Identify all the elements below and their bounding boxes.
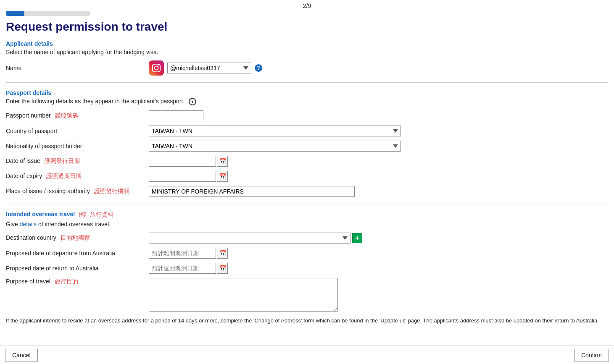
- country-passport-label: Country of passport: [6, 128, 149, 134]
- separator-1: [6, 82, 608, 83]
- confirm-button[interactable]: Confirm: [574, 349, 609, 361]
- intended-travel-title: Intended overseas travel: [6, 211, 75, 217]
- destination-label: Destination country 目的地國家: [6, 234, 149, 242]
- applicant-details-desc: Select the name of applicant applying fo…: [6, 49, 608, 55]
- date-issue-row: Date of issue 護照發行日期 📅: [6, 156, 608, 167]
- svg-rect-0: [153, 64, 160, 72]
- svg-point-2: [158, 65, 159, 66]
- date-expiry-label: Date of expiry 護照過期日期: [6, 173, 149, 180]
- return-calendar-btn[interactable]: 📅: [217, 263, 228, 274]
- progress-bar-container: [6, 11, 90, 16]
- svg-point-1: [154, 66, 158, 70]
- instagram-icon: [149, 60, 164, 76]
- separator-2: [6, 204, 608, 204]
- destination-add-btn[interactable]: +: [352, 233, 362, 243]
- departure-date-wrapper: 預計離開澳洲日期 📅: [149, 248, 228, 259]
- bottom-notice: If the applicant intends to reside at an…: [6, 317, 608, 325]
- page-counter: 2/9: [0, 0, 614, 11]
- date-issue-label: Date of issue 護照發行日期: [6, 157, 149, 165]
- place-issue-label: Place of issue / issuing authority 護照發行機…: [6, 188, 149, 195]
- departure-row: Proposed date of departure from Australi…: [6, 248, 608, 259]
- purpose-label: Purpose of travel 旅行目的: [6, 278, 149, 285]
- purpose-row: Purpose of travel 旅行目的: [6, 278, 608, 312]
- country-passport-select[interactable]: TAIWAN - TWN: [149, 126, 401, 136]
- passport-details-title: Passport details: [6, 89, 608, 96]
- date-expiry-row: Date of expiry 護照過期日期 📅: [6, 171, 608, 182]
- date-issue-wrapper: 📅: [149, 156, 228, 167]
- departure-date-input[interactable]: 預計離開澳洲日期: [149, 248, 216, 259]
- passport-number-row: Passport number 護照號碼: [6, 110, 608, 121]
- departure-calendar-btn[interactable]: 📅: [217, 248, 228, 259]
- passport-number-input[interactable]: [149, 110, 203, 121]
- date-expiry-wrapper: 📅: [149, 171, 228, 182]
- date-issue-calendar-btn[interactable]: 📅: [217, 156, 228, 167]
- help-icon[interactable]: ?: [255, 64, 262, 72]
- return-row: Proposed date of return to Australia 預計返…: [6, 263, 608, 274]
- purpose-textarea[interactable]: [149, 278, 338, 312]
- footer-bar: Cancel Confirm: [0, 346, 614, 364]
- departure-label: Proposed date of departure from Australi…: [6, 250, 149, 257]
- date-expiry-calendar-btn[interactable]: 📅: [217, 171, 228, 182]
- return-label: Proposed date of return to Australia: [6, 265, 149, 272]
- cancel-button[interactable]: Cancel: [5, 349, 38, 361]
- name-label: Name: [6, 65, 149, 71]
- passport-info-icon[interactable]: i: [189, 98, 196, 105]
- intended-travel-desc: Give details of intended overseas travel…: [6, 221, 608, 228]
- progress-bar-fill: [6, 11, 24, 16]
- return-date-wrapper: 預計返回澳洲日期 📅: [149, 263, 228, 274]
- return-date-input[interactable]: 預計返回澳洲日期: [149, 263, 216, 274]
- destination-select[interactable]: [149, 233, 350, 244]
- destination-wrapper: +: [149, 233, 362, 244]
- destination-row: Destination country 目的地國家 +: [6, 233, 608, 244]
- name-select-wrapper: @michelletsai0317 ?: [149, 60, 262, 76]
- page-title: Request permission to travel: [6, 20, 614, 34]
- intended-travel-title-chinese: 預計旅行資料: [78, 211, 113, 219]
- place-issue-input[interactable]: MINISTRY OF FOREIGN AFFAIRS: [149, 186, 355, 197]
- date-issue-input[interactable]: [149, 156, 216, 167]
- details-link[interactable]: details: [20, 221, 37, 228]
- country-passport-row: Country of passport TAIWAN - TWN: [6, 126, 608, 136]
- place-issue-row: Place of issue / issuing authority 護照發行機…: [6, 186, 608, 197]
- name-row: Name @michelletsai0317 ?: [6, 60, 608, 76]
- main-content: Applicant details Select the name of app…: [0, 40, 614, 359]
- applicant-details-title: Applicant details: [6, 40, 608, 47]
- passport-number-label: Passport number 護照號碼: [6, 112, 149, 120]
- nationality-label: Nationality of passport holder: [6, 143, 149, 149]
- nationality-select[interactable]: TAIWAN - TWN: [149, 141, 401, 152]
- date-expiry-input[interactable]: [149, 171, 216, 182]
- passport-details-desc: Enter the following details as they appe…: [6, 98, 608, 105]
- nationality-row: Nationality of passport holder TAIWAN - …: [6, 141, 608, 152]
- name-select[interactable]: @michelletsai0317: [167, 63, 251, 73]
